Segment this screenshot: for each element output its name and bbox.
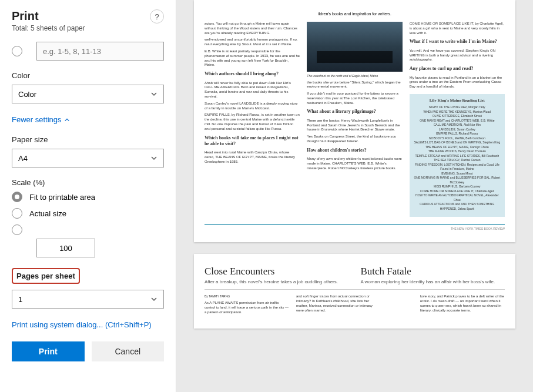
paper-size-value: A4 [18,154,28,163]
chevron-up-icon [64,117,70,123]
scale-label: Scale (%) [12,178,164,187]
chevron-down-icon [150,296,157,303]
chevron-down-icon [150,91,157,98]
color-value: Color [18,90,36,99]
pages-per-sheet-label: Pages per sheet [16,272,75,280]
preview-page-1: ildren's books and inspiration for write… [194,0,515,242]
color-dropdown[interactable]: Color [12,85,164,103]
preview-page-2: Close Encounters After a breakup, this n… [194,254,515,329]
color-label: Color [12,71,164,80]
pages-per-sheet-highlight: Pages per sheet [12,268,80,284]
scale-fit-radio[interactable]: Fit to printable area [12,192,164,202]
pages-per-sheet-dropdown[interactable]: 1 [12,290,164,309]
cancel-button[interactable]: Cancel [92,341,165,361]
article-1-title: Close Encounters [205,266,349,277]
dialog-title: Print [12,9,85,23]
pages-custom-radio[interactable] [12,46,22,56]
pages-per-sheet-value: 1 [18,295,22,304]
print-button[interactable]: Print [12,341,85,361]
scale-value-input[interactable] [36,239,95,257]
chevron-down-icon [150,155,157,162]
system-dialog-link[interactable]: Print using system dialog... (Ctrl+Shift… [12,320,152,329]
reading-list-box: Lily King's Maine Reading List NIGHT OF … [410,94,505,217]
pages-input[interactable] [36,42,164,61]
preview-photo [307,22,402,72]
print-preview-area: ildren's books and inspiration for write… [176,0,533,392]
sheet-count: Total: 5 sheets of paper [12,24,85,32]
paper-size-label: Paper size [12,135,164,144]
fewer-settings-link[interactable]: Fewer settings [12,115,70,124]
article-2-title: Butch Fatale [361,266,505,277]
help-icon[interactable]: ? [150,9,164,24]
scale-actual-radio[interactable]: Actual size [12,208,164,219]
scale-custom-radio[interactable] [12,225,164,235]
paper-size-dropdown[interactable]: A4 [12,149,164,167]
